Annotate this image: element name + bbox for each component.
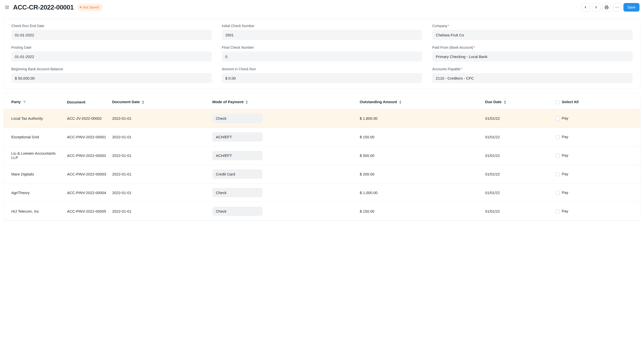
cell-document: ACC-PINV-2022-00001: [64, 128, 109, 146]
mode-select[interactable]: ACH/EFT: [212, 151, 263, 160]
table-row[interactable]: Liu & Loewen Accountants LLPACC-PINV-202…: [4, 146, 640, 165]
input-initial-check-number[interactable]: [222, 30, 422, 40]
th-document-date[interactable]: Document Date: [109, 95, 209, 109]
mode-select[interactable]: Credit Card: [212, 169, 263, 179]
pay-checkbox[interactable]: [556, 154, 560, 158]
input-company[interactable]: [432, 30, 633, 40]
mode-select[interactable]: Check: [212, 188, 263, 197]
sort-icon[interactable]: [245, 100, 248, 104]
label-amount-in-run: Amount in Check Run: [222, 67, 422, 71]
sort-icon[interactable]: [504, 100, 506, 104]
field-company: Company*: [432, 24, 633, 40]
cell-document-date: 2022-01-01: [109, 128, 209, 146]
svg-marker-13: [246, 103, 248, 104]
input-accounts-payable[interactable]: [432, 73, 633, 83]
input-paid-from[interactable]: [432, 51, 633, 62]
pay-label: Pay: [562, 172, 568, 176]
cell-mode: ACH/EFT: [209, 146, 357, 165]
menu-icon[interactable]: [5, 5, 10, 10]
cell-pay: Pay: [553, 202, 640, 220]
cell-pay: Pay: [553, 146, 640, 165]
pay-checkbox[interactable]: [556, 191, 560, 195]
table-row[interactable]: HIJ Telecom, IncACC-PINV-2022-000052022-…: [4, 202, 640, 220]
cell-party: Exceptional Grid: [4, 128, 64, 146]
svg-marker-15: [399, 103, 401, 104]
field-posting-date: Posting Date: [11, 45, 212, 62]
th-mode[interactable]: Mode of Payment: [209, 95, 357, 109]
cell-amount: $ 150.00: [357, 202, 482, 220]
cell-party: Liu & Loewen Accountants LLP: [4, 146, 64, 165]
label-check-run-end-date: Check Run End Date: [11, 24, 212, 28]
field-paid-from: Paid From (Bank Account)*: [432, 45, 633, 62]
cell-due: 01/01/22: [482, 146, 553, 165]
input-final-check-number[interactable]: [222, 51, 422, 62]
cell-mode: Credit Card: [209, 165, 357, 183]
field-accounts-payable: Accounts Payable*: [432, 67, 633, 83]
mode-select[interactable]: Check: [212, 114, 263, 123]
pay-label: Pay: [562, 209, 568, 213]
cell-document-date: 2022-01-01: [109, 165, 209, 183]
cell-party: HIJ Telecom, Inc: [4, 202, 64, 220]
input-beginning-balance[interactable]: [11, 73, 212, 83]
input-amount-in-run[interactable]: [222, 73, 422, 83]
input-check-run-end-date[interactable]: [11, 30, 212, 40]
table-card: Party Document Document Date Mode of Pay…: [4, 93, 640, 221]
table-row[interactable]: Exceptional GridACC-PINV-2022-000012022-…: [4, 128, 640, 146]
mode-select[interactable]: ACH/EFT: [212, 132, 263, 142]
svg-rect-3: [606, 8, 608, 9]
select-all-checkbox[interactable]: [556, 100, 560, 104]
svg-marker-12: [246, 101, 248, 102]
pay-checkbox[interactable]: [556, 172, 560, 176]
save-button[interactable]: Save: [623, 3, 639, 12]
th-document[interactable]: Document: [64, 95, 109, 109]
pay-label: Pay: [562, 116, 568, 120]
cell-document-date: 2022-01-01: [109, 183, 209, 202]
label-paid-from: Paid From (Bank Account)*: [432, 45, 633, 49]
cell-mode: Check: [209, 183, 357, 202]
prev-button[interactable]: [581, 3, 590, 12]
sort-icon[interactable]: [399, 100, 402, 104]
svg-marker-11: [142, 103, 144, 104]
field-final-check-number: Final Check Number: [222, 45, 422, 62]
cell-amount: $ 1,000.00: [357, 183, 482, 202]
sort-icon[interactable]: [142, 100, 144, 104]
cell-amount: $ 200.00: [357, 165, 482, 183]
filter-icon[interactable]: [23, 100, 26, 104]
svg-marker-14: [399, 101, 401, 102]
mode-select[interactable]: Check: [212, 207, 263, 216]
pay-checkbox[interactable]: [556, 116, 560, 121]
th-party[interactable]: Party: [4, 95, 64, 109]
cell-due: 01/01/22: [482, 128, 553, 146]
svg-point-6: [618, 7, 619, 8]
svg-point-4: [616, 7, 616, 8]
table-row[interactable]: AgriTheoryACC-PINV-2022-000042022-01-01C…: [4, 183, 640, 202]
field-amount-in-run: Amount in Check Run: [222, 67, 422, 83]
status-text: Not Saved: [83, 5, 99, 9]
svg-marker-10: [142, 101, 144, 102]
pay-label: Pay: [562, 190, 568, 195]
more-button[interactable]: [613, 3, 621, 12]
page-title: ACC-CR-2022-00001: [13, 4, 74, 11]
table-row[interactable]: Mare DigitalisACC-PINV-2022-000032022-01…: [4, 165, 640, 183]
table-row[interactable]: Local Tax AuthorityACC-JV-2022-000022022…: [4, 109, 640, 128]
cell-document: ACC-JV-2022-00002: [64, 109, 109, 128]
label-initial-check-number: Initial Check Number: [222, 24, 422, 28]
cell-due: 01/01/22: [482, 202, 553, 220]
cell-mode: Check: [209, 109, 357, 128]
pay-checkbox[interactable]: [556, 135, 560, 139]
status-badge: Not Saved: [77, 4, 103, 11]
cell-due: 01/01/22: [482, 109, 553, 128]
next-button[interactable]: [592, 3, 600, 12]
pay-checkbox[interactable]: [556, 209, 560, 213]
th-select-all[interactable]: Select All: [553, 95, 640, 109]
print-button[interactable]: [602, 3, 611, 12]
svg-marker-17: [504, 103, 506, 104]
cell-pay: Pay: [553, 128, 640, 146]
cell-mode: Check: [209, 202, 357, 220]
input-posting-date[interactable]: [11, 51, 212, 62]
th-due-date[interactable]: Due Date: [482, 95, 553, 109]
cell-document-date: 2022-01-01: [109, 109, 209, 128]
th-outstanding[interactable]: Outstanding Amount: [357, 95, 482, 109]
field-initial-check-number: Initial Check Number: [222, 24, 422, 40]
cell-party: AgriTheory: [4, 183, 64, 202]
